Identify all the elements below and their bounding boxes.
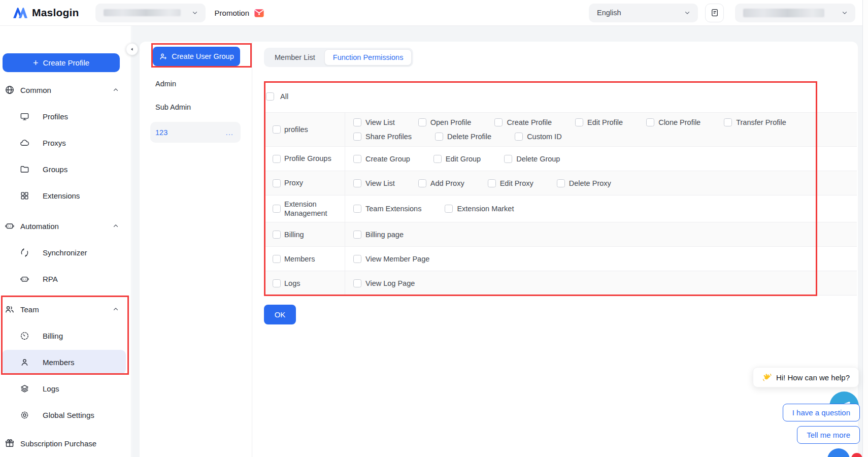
checkbox[interactable]	[445, 205, 453, 213]
sidebar-group-common[interactable]: Common	[0, 77, 131, 103]
workspace-dropdown[interactable]	[95, 4, 206, 22]
item-label: Global Settings	[43, 411, 94, 419]
permission-option[interactable]: Delete Proxy	[557, 179, 611, 187]
permission-option[interactable]: Share Profiles	[353, 133, 412, 141]
checkbox[interactable]	[353, 155, 361, 163]
permission-option[interactable]: Delete Group	[504, 155, 560, 163]
checkbox[interactable]	[433, 155, 442, 163]
checkbox[interactable]	[504, 155, 512, 163]
permission-option[interactable]: View Member Page	[353, 255, 429, 263]
sidebar-item-logs[interactable]: Logs	[0, 375, 131, 402]
chat-quick-reply-more[interactable]: Tell me more	[797, 426, 860, 444]
permission-option[interactable]: Team Extensions	[353, 205, 421, 213]
permission-option[interactable]: Transfer Profile	[724, 118, 786, 126]
tab-member-list[interactable]: Member List	[265, 49, 324, 66]
permissions-panel: Member List Function Permissions All pro…	[252, 42, 858, 457]
checkbox[interactable]	[353, 179, 361, 187]
checkbox[interactable]	[488, 179, 496, 187]
sidebar-item-groups[interactable]: Groups	[0, 156, 131, 182]
group-label: Common	[20, 86, 51, 94]
permission-option-label: View List	[365, 179, 395, 187]
permission-option[interactable]: Edit Profile	[575, 118, 623, 126]
checkbox[interactable]	[353, 133, 361, 141]
category-checkbox[interactable]	[273, 155, 281, 163]
permission-option[interactable]: Edit Proxy	[488, 179, 533, 187]
permission-option[interactable]: Open Profile	[418, 118, 472, 126]
permission-items: View Log Page	[345, 271, 843, 295]
permission-option[interactable]: Delete Profile	[435, 133, 491, 141]
category-checkbox[interactable]	[273, 125, 281, 134]
category-checkbox[interactable]	[273, 205, 281, 213]
sidebar-item-billing[interactable]: Billing	[0, 322, 131, 349]
category-checkbox[interactable]	[273, 231, 281, 239]
item-label: Profiles	[43, 112, 68, 121]
sidebar-item-members[interactable]: Members	[0, 349, 131, 375]
create-profile-button[interactable]: + Create Profile	[3, 53, 120, 72]
sidebar-group-automation[interactable]: Automation	[0, 213, 131, 239]
category-checkbox[interactable]	[273, 255, 281, 263]
checkbox[interactable]	[646, 118, 654, 126]
permission-option-label: Edit Profile	[587, 118, 623, 126]
checkbox[interactable]	[418, 118, 426, 126]
scrollbar-track[interactable]	[862, 0, 868, 457]
sidebar-item-profiles[interactable]: Profiles	[0, 103, 131, 129]
checkbox[interactable]	[575, 118, 583, 126]
sidebar-item-proxys[interactable]: Proxys	[0, 129, 131, 156]
ellipsis-icon[interactable]: ...	[225, 128, 233, 137]
chat-quick-reply-question[interactable]: I have a question	[783, 404, 860, 421]
user-group-list: Admin Sub Admin 123 ...	[140, 74, 252, 143]
permission-option[interactable]: Create Profile	[494, 118, 552, 126]
permission-category-label: Members	[284, 254, 315, 264]
permission-option[interactable]: Edit Group	[433, 155, 481, 163]
checkbox[interactable]	[353, 205, 361, 213]
permission-option-label: Clone Profile	[658, 118, 700, 126]
category-checkbox[interactable]	[273, 179, 281, 187]
brand-name: Maslogin	[32, 7, 79, 19]
category-checkbox[interactable]	[273, 279, 281, 287]
account-dropdown[interactable]	[735, 4, 855, 22]
permission-option[interactable]: Add Proxy	[418, 179, 464, 187]
checkbox[interactable]	[515, 133, 523, 141]
top-bar-right: English	[589, 4, 855, 22]
checkbox[interactable]	[557, 179, 565, 187]
checkbox[interactable]	[353, 118, 361, 126]
sidebar-item-extensions[interactable]: Extensions	[0, 182, 131, 209]
permission-option[interactable]: Extension Market	[445, 205, 514, 213]
sidebar-group-team[interactable]: Team	[0, 296, 131, 322]
permission-items: Create GroupEdit GroupDelete Group	[345, 147, 843, 171]
promotion-link[interactable]: Promotion	[215, 7, 265, 19]
sidebar-collapse-button[interactable]	[126, 43, 138, 55]
permission-option[interactable]: View List	[353, 179, 395, 187]
notes-button[interactable]	[705, 4, 724, 22]
user-group-item-sub-admin[interactable]: Sub Admin	[140, 97, 252, 117]
sidebar-nav: Common Profiles Proxys Groups	[0, 77, 131, 456]
sidebar-item-global-settings[interactable]: Global Settings	[0, 402, 131, 428]
checkbox[interactable]	[494, 118, 503, 126]
checkbox[interactable]	[353, 255, 361, 263]
sidebar-item-subscription-purchase[interactable]: Subscription Purchase	[0, 430, 131, 456]
permission-option[interactable]: View List	[353, 118, 395, 126]
select-all-checkbox[interactable]	[266, 92, 274, 101]
checkbox[interactable]	[418, 179, 426, 187]
sidebar-item-synchronizer[interactable]: Synchronizer	[0, 239, 131, 266]
create-user-group-button[interactable]: Create User Group	[153, 47, 240, 66]
language-dropdown[interactable]: English	[589, 4, 698, 22]
permission-option[interactable]: Clone Profile	[646, 118, 700, 126]
permission-option[interactable]: Create Group	[353, 155, 410, 163]
permission-option-label: Edit Proxy	[500, 179, 533, 187]
checkbox[interactable]	[353, 231, 361, 239]
permission-option[interactable]: View Log Page	[353, 279, 415, 287]
permission-option-label: View Log Page	[365, 279, 415, 287]
checkbox[interactable]	[435, 133, 443, 141]
checkbox[interactable]	[724, 118, 732, 126]
user-group-item-123[interactable]: 123 ...	[150, 122, 241, 143]
user-group-item-admin[interactable]: Admin	[140, 74, 252, 94]
tab-function-permissions[interactable]: Function Permissions	[324, 49, 412, 66]
permission-option[interactable]: Billing page	[353, 231, 404, 239]
checkbox[interactable]	[353, 279, 361, 287]
permission-category: Members	[264, 247, 345, 271]
ok-button[interactable]: OK	[264, 305, 296, 324]
sidebar-item-rpa[interactable]: RPA	[0, 266, 131, 292]
permission-option[interactable]: Custom ID	[515, 133, 562, 141]
permission-category-label: profiles	[284, 125, 308, 134]
